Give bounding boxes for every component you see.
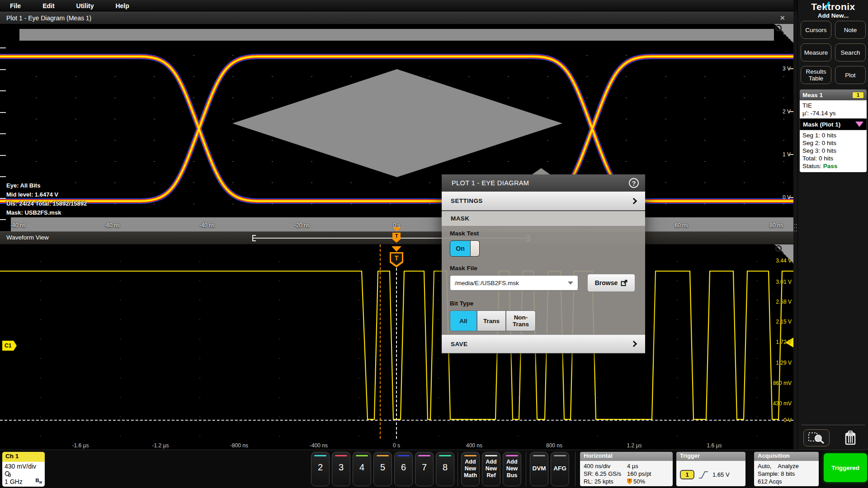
bit-type-all-button[interactable]: All [450, 310, 477, 331]
add-new-results-table-button[interactable]: Results Table [801, 66, 831, 84]
mask-results-badge[interactable]: Mask (Plot 1) Seg 1: 0 hitsSeg 2: 0 hits… [800, 118, 867, 172]
add-new-ref-button[interactable]: Add New Ref [482, 452, 500, 486]
channel-5-button[interactable]: 5 [373, 452, 392, 486]
mask-color-triangle-icon [855, 122, 863, 127]
waveform-axis-tick-label: 2.15 V [776, 319, 792, 325]
mask-test-toggle[interactable]: On [450, 240, 471, 257]
plot-zoom-corner[interactable] [774, 24, 793, 43]
menu-help[interactable]: Help [115, 2, 129, 9]
plot-window-titlebar: Plot 1 - Eye Diagram (Meas 1) ✕ [0, 12, 793, 24]
horizontal-row: 400 ns/div4 µs [584, 462, 669, 470]
chevron-down-icon [568, 282, 573, 285]
acquisition-header: Acquisition [754, 452, 819, 461]
horizontal-body: 400 ns/div4 µsSR: 6.25 GS/s160 ps/ptRL: … [580, 461, 673, 486]
dialog-callout-arrow [532, 168, 550, 174]
channel-color-stripe [335, 455, 347, 456]
waveform-axis-tick-label: -800 ns [230, 442, 248, 449]
eye-axis-tick-label: 3 V [783, 66, 791, 72]
divider [802, 425, 865, 425]
mask-section-header: MASK [442, 211, 645, 226]
afg-button[interactable]: AFG [551, 452, 569, 486]
help-icon[interactable]: ? [629, 178, 639, 188]
add-new-search-button[interactable]: Search [835, 43, 866, 61]
add-new-source-buttons: Add New MathAdd New RefAdd New Bus [461, 452, 521, 486]
eye-diagram-plot[interactable]: -80 ns-60 ns-40 ns-20 ns0 s20 ns40 ns60 … [0, 24, 793, 231]
waveform-zoom-corner[interactable] [774, 244, 793, 263]
acquisition-badge[interactable]: Acquisition Auto, Analyze Sample: 8 bits… [754, 452, 819, 486]
menu-utility[interactable]: Utility [76, 2, 94, 9]
bit-type-label: Bit Type [450, 300, 473, 307]
add-new-math-button[interactable]: Add New Math [461, 452, 480, 486]
bit-type-trans-button[interactable]: Trans [477, 310, 506, 331]
menu-edit[interactable]: Edit [42, 2, 54, 9]
add-new-bus-button[interactable]: Add New Bus [503, 452, 521, 486]
zoom-select-icon [807, 432, 826, 444]
channel-8-button[interactable]: 8 [436, 452, 454, 486]
channel-3-button[interactable]: 3 [332, 452, 350, 486]
measurement-type: TIE [802, 102, 864, 109]
button-label: Add New Bus [503, 459, 521, 479]
button-label: 4 [353, 462, 371, 473]
save-accordion-row[interactable]: SAVE [442, 334, 645, 353]
zoom-select-button[interactable] [803, 429, 830, 446]
channel-color-stripe [485, 455, 497, 456]
eye-axis-tick-label: -80 ns [10, 222, 25, 229]
horizontal-value: 160 ps/pt [627, 470, 651, 478]
settings-accordion-row[interactable]: SETTINGS [442, 192, 645, 211]
add-new-measure-button[interactable]: Measure [801, 43, 831, 61]
add-new-note-button[interactable]: Note [835, 21, 866, 39]
bottom-settings-bar: Ch 1 430 mV/div 1 GHz BW 2345678 Add New… [0, 450, 868, 488]
eye-axis-tick-label: 80 ns [769, 222, 783, 229]
axis-tick-mark [0, 133, 6, 134]
dvm-button[interactable]: DVM [530, 452, 548, 486]
channel-2-button[interactable]: 2 [311, 452, 330, 486]
eye-stats-uis: UIs: 24/24 Total: 15892/15892 [6, 199, 87, 208]
waveform-axis-tick-label: 860 mV [773, 380, 792, 386]
add-new-cursors-button[interactable]: Cursors [801, 21, 831, 39]
mask-file-dropdown[interactable]: /media/E:/USB2FS.msk [450, 275, 578, 291]
trigger-position-icon: T [627, 479, 632, 484]
channel-7-button[interactable]: 7 [415, 452, 434, 486]
drag-handle-dot [794, 227, 795, 228]
plot-window-title: Plot 1 - Eye Diagram (Meas 1) [6, 14, 91, 22]
eye-axis-tick-label: 60 ns [675, 222, 688, 229]
browse-button[interactable]: Browse [587, 274, 635, 292]
horizontal-value-text: 50% [633, 478, 645, 485]
channel-6-button[interactable]: 6 [394, 452, 413, 486]
waveform-plot[interactable]: T C1 -1.6 µs-1.2 µs-800 ns-400 ns0 s400 … [0, 244, 793, 450]
measurement-badge[interactable]: Meas 1 1 TIE µ': -74.14 ys [800, 89, 867, 119]
trash-button[interactable] [840, 428, 860, 447]
mask-seg-row: Seg 2: 0 hits [802, 139, 864, 147]
channel-1-scale: 430 mV/div [5, 463, 42, 470]
add-new-button-grid: CursorsNoteMeasureSearchResults TablePlo… [801, 21, 866, 84]
bit-type-nontrans-button[interactable]: Non-Trans [506, 310, 536, 331]
mask-badge-header: Mask (Plot 1) [800, 118, 867, 130]
channel-color-stripe [464, 455, 476, 456]
tektronix-logo: Tektronix [798, 1, 868, 12]
trigger-header: Trigger [676, 452, 745, 461]
menu-file[interactable]: File [10, 2, 21, 9]
horizontal-badge[interactable]: Horizontal 400 ns/div4 µsSR: 6.25 GS/s16… [580, 452, 673, 486]
channel-4-button[interactable]: 4 [353, 452, 371, 486]
channel-1-badge[interactable]: Ch 1 430 mV/div 1 GHz BW [2, 452, 45, 487]
mask-test-toggle-knob[interactable] [471, 240, 480, 257]
acquisition-count: 612 Acqs [758, 478, 815, 485]
dialog-header[interactable]: PLOT 1 - EYE DIAGRAM ? [442, 174, 645, 192]
button-label: DVM [530, 465, 548, 472]
panel-drag-handle[interactable] [793, 12, 797, 450]
axis-tick-mark [0, 90, 6, 91]
trigger-position-badge[interactable]: T [392, 233, 401, 243]
measurement-title: Meas 1 [802, 92, 823, 99]
waveform-axis-tick-label: 3.01 V [776, 279, 792, 285]
close-icon[interactable]: ✕ [779, 14, 785, 22]
waveform-axis-tick-label: 2.58 V [776, 299, 792, 305]
overview-left-bracket[interactable] [252, 235, 256, 241]
drag-handle-dot [794, 224, 795, 225]
trigger-badge[interactable]: Trigger 1 1.65 V [676, 452, 745, 486]
probe-icon [5, 471, 11, 477]
mask-seg-rows: Seg 1: 0 hitsSeg 2: 0 hitsSeg 3: 0 hitsT… [802, 131, 864, 162]
channel-color-stripe [439, 455, 451, 456]
trigger-body: 1 1.65 V [676, 461, 745, 486]
trash-icon [844, 430, 857, 446]
add-new-plot-button[interactable]: Plot [835, 66, 866, 84]
